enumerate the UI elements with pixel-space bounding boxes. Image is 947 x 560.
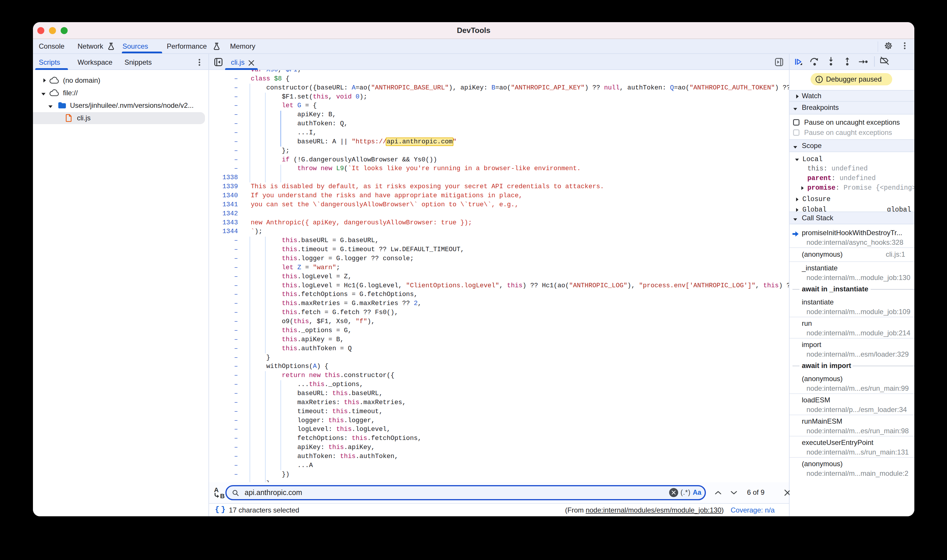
svg-text:B: B	[220, 492, 225, 500]
svg-text:A: A	[214, 486, 219, 494]
